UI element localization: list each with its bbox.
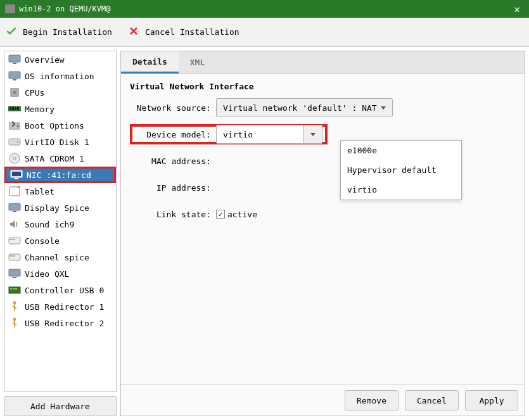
- device-model-option[interactable]: e1000e: [341, 141, 461, 160]
- device-model-row: Device model: virtio: [130, 124, 328, 144]
- cancel-installation-button[interactable]: Cancel Installation: [127, 25, 239, 39]
- svg-rect-27: [9, 254, 20, 260]
- svg-rect-23: [13, 211, 16, 212]
- add-hardware-button[interactable]: Add Hardware: [4, 396, 117, 416]
- svg-rect-24: [9, 238, 20, 244]
- link-state-checkbox[interactable]: ✓: [216, 210, 225, 219]
- device-model-value: virtio: [217, 125, 303, 143]
- cancel-icon: [127, 25, 140, 39]
- sidebar-item-usb-redirector-2[interactable]: USB Redirector 2: [4, 315, 116, 331]
- apply-button[interactable]: Apply: [465, 390, 518, 410]
- sidebar-item-label: NIC :41:fa:cd: [27, 170, 91, 180]
- sidebar-item-label: VirtIO Disk 1: [25, 137, 89, 147]
- begin-installation-button[interactable]: Begin Installation: [5, 25, 112, 39]
- details-panel: Virtual Network Interface Network source…: [121, 74, 525, 385]
- svg-point-36: [13, 302, 16, 305]
- mac-address-label: MAC address:: [130, 156, 216, 166]
- sidebar-item-display-spice[interactable]: Display Spice: [4, 200, 116, 216]
- svg-rect-20: [10, 187, 20, 196]
- link-state-row: Link state: ✓ active: [130, 204, 516, 224]
- remove-button[interactable]: Remove: [345, 390, 398, 410]
- svg-point-38: [13, 318, 16, 321]
- check-icon: [5, 25, 18, 39]
- svg-rect-22: [9, 203, 20, 210]
- link-state-label: Link state:: [130, 210, 216, 219]
- device-model-dropdown[interactable]: e1000eHypervisor defaultvirtio: [340, 140, 462, 200]
- sidebar-item-channel-spice[interactable]: Channel spice: [4, 249, 116, 265]
- sidebar-item-sound-ich9[interactable]: Sound ich9: [4, 216, 116, 232]
- main-panel: Details XML Virtual Network Interface Ne…: [120, 51, 525, 416]
- sidebar-item-memory[interactable]: Memory: [4, 101, 116, 117]
- device-model-dropdown-button[interactable]: [303, 125, 322, 143]
- sidebar-item-label: Overview: [25, 55, 65, 65]
- controller-icon: [8, 285, 21, 295]
- svg-rect-31: [13, 277, 16, 278]
- content: OverviewOS informationCPUsMemoryBoot Opt…: [0, 47, 529, 420]
- sidebar-item-tablet[interactable]: Tablet: [4, 183, 116, 200]
- svg-rect-1: [13, 63, 16, 64]
- network-source-label: Network source:: [130, 103, 216, 113]
- cancel-button[interactable]: Cancel: [405, 390, 459, 410]
- sidebar-item-sata-cdrom-1[interactable]: SATA CDROM 1: [4, 150, 116, 167]
- usb-icon: [8, 318, 21, 328]
- ram-icon: [8, 104, 21, 114]
- svg-rect-30: [9, 269, 20, 276]
- ip-address-label: IP address:: [130, 183, 216, 193]
- cancel-installation-label: Cancel Installation: [145, 27, 239, 37]
- sidebar-item-nic-41-fa-cd[interactable]: NIC :41:fa:cd: [4, 167, 116, 183]
- svg-point-14: [17, 141, 18, 143]
- svg-rect-19: [15, 178, 18, 179]
- svg-point-16: [13, 157, 16, 160]
- sidebar-item-usb-redirector-1[interactable]: USB Redirector 1: [4, 298, 116, 315]
- tablet-icon: [8, 186, 21, 196]
- sidebar-item-virtio-disk-1[interactable]: VirtIO Disk 1: [4, 134, 116, 150]
- sidebar-item-console[interactable]: Console: [4, 232, 116, 249]
- network-source-select[interactable]: Virtual network 'default' : NAT: [216, 98, 393, 117]
- svg-rect-28: [10, 255, 12, 257]
- sidebar-item-video-qxl[interactable]: Video QXL: [4, 265, 116, 282]
- svg-rect-32: [9, 287, 20, 293]
- tabbar: Details XML: [121, 51, 525, 74]
- sidebar-item-label: USB Redirector 2: [25, 319, 104, 328]
- svg-point-12: [17, 125, 19, 127]
- sidebar-item-boot-options[interactable]: Boot Options: [4, 117, 116, 134]
- chevron-down-icon: [381, 106, 386, 110]
- tab-details[interactable]: Details: [121, 51, 179, 73]
- chevron-down-icon: [310, 133, 315, 136]
- device-model-option[interactable]: virtio: [341, 180, 461, 200]
- disk-icon: [8, 137, 21, 147]
- sidebar-item-label: Channel spice: [25, 253, 89, 262]
- sidebar-item-os-information[interactable]: OS information: [4, 68, 116, 84]
- device-model-option[interactable]: Hypervisor default: [341, 160, 461, 180]
- svg-rect-8: [12, 107, 14, 110]
- svg-rect-7: [10, 107, 11, 110]
- sidebar-item-label: CPUs: [25, 88, 44, 98]
- monitor-icon: [8, 54, 21, 65]
- sidebar-item-label: Video QXL: [25, 269, 69, 279]
- device-model-select[interactable]: virtio: [216, 125, 322, 144]
- sidebar-item-controller-usb-0[interactable]: Controller USB 0: [4, 282, 116, 298]
- sidebar-item-label: Console: [25, 236, 60, 246]
- close-icon[interactable]: ✕: [510, 3, 524, 15]
- sidebar-list[interactable]: OverviewOS informationCPUsMemoryBoot Opt…: [4, 51, 117, 392]
- svg-rect-2: [9, 72, 20, 79]
- svg-rect-3: [13, 79, 16, 80]
- svg-rect-25: [10, 239, 12, 240]
- sidebar-item-overview[interactable]: Overview: [4, 51, 116, 68]
- svg-rect-26: [13, 239, 15, 240]
- tab-xml[interactable]: XML: [179, 51, 216, 73]
- vm-window-icon: [5, 4, 15, 13]
- svg-rect-33: [10, 288, 12, 290]
- begin-installation-label: Begin Installation: [23, 27, 112, 37]
- panel-title: Virtual Network Interface: [130, 82, 516, 91]
- monitor-icon: [8, 269, 21, 279]
- toolbar: Begin Installation Cancel Installation: [0, 18, 529, 47]
- sidebar-item-label: OS information: [25, 72, 94, 81]
- device-model-label: Device model:: [135, 130, 216, 139]
- cpu-icon: [8, 87, 21, 98]
- usb-icon: [8, 302, 21, 312]
- link-state-value: active: [227, 210, 257, 219]
- sidebar-item-cpus[interactable]: CPUs: [4, 84, 116, 101]
- sidebar-item-label: Tablet: [25, 187, 54, 196]
- titlebar: win10-2 on QEMU/KVM@ ✕: [0, 0, 529, 18]
